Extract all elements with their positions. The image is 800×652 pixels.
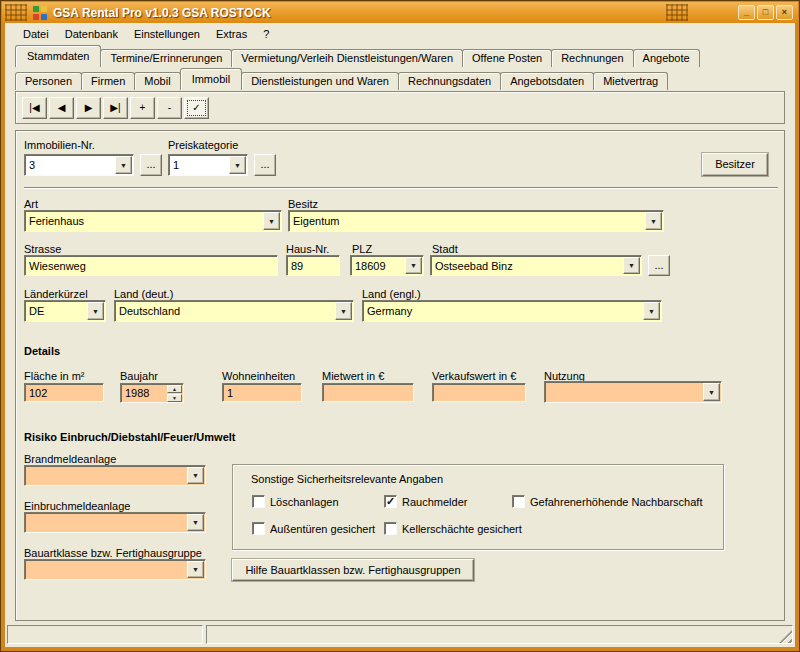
menu-datei[interactable]: Datei [15, 25, 57, 43]
dropdown-arrow-icon[interactable]: ▼ [229, 156, 246, 174]
tab-mietvertrag[interactable]: Mietvertrag [593, 72, 668, 90]
art-combobox[interactable]: Ferienhaus ▼ [24, 210, 282, 232]
flaeche-input[interactable] [24, 383, 104, 402]
dropdown-arrow-icon[interactable]: ▼ [263, 212, 280, 230]
dropdown-arrow-icon[interactable]: ▼ [187, 561, 204, 578]
minimize-icon[interactable]: _ [738, 5, 755, 20]
dropdown-arrow-icon[interactable]: ▼ [187, 514, 204, 531]
tab-angebote[interactable]: Angebote [633, 49, 700, 67]
preiskategorie-ellipsis-button[interactable]: ... [254, 154, 276, 176]
tab-stammdaten[interactable]: Stammdaten [15, 45, 101, 67]
tab-firmen[interactable]: Firmen [81, 72, 135, 90]
checkbox-box[interactable] [252, 495, 265, 508]
risiko-heading: Risiko Einbruch/Diebstahl/Feuer/Umwelt [24, 431, 236, 443]
app-icon[interactable] [32, 5, 48, 21]
stadt-ellipsis-button[interactable]: ... [648, 255, 670, 276]
main-tab-bar: Stammdaten Termine/Errinnerungen Vermiet… [15, 45, 700, 67]
tab-offene-posten[interactable]: Offene Posten [462, 49, 552, 67]
nav-first-button[interactable]: |◀ [22, 97, 47, 119]
dropdown-arrow-icon[interactable]: ▼ [335, 302, 352, 320]
nav-insert-button[interactable]: + [130, 97, 155, 119]
preiskategorie-combobox[interactable]: 1 ▼ [168, 154, 248, 176]
land-deut-combobox[interactable]: Deutschland ▼ [114, 300, 354, 322]
land-engl-combobox[interactable]: Germany ▼ [362, 300, 662, 322]
mietwert-label: Mietwert in € [322, 370, 384, 382]
tab-rechnungsdaten[interactable]: Rechnungsdaten [398, 72, 501, 90]
tab-immobil[interactable]: Immobil [180, 68, 243, 90]
checkbox-label: Außentüren gesichert [270, 523, 375, 535]
menu-extras[interactable]: Extras [208, 25, 255, 43]
checkbox-kellerschaechte-gesichert[interactable]: Kellerschächte gesichert [384, 522, 522, 535]
immobilien-nr-ellipsis-button[interactable]: ... [140, 154, 162, 176]
dropdown-arrow-icon[interactable]: ▼ [187, 467, 204, 484]
immobilien-nr-combobox[interactable]: 3 ▼ [24, 154, 134, 176]
checkbox-box[interactable] [512, 495, 525, 508]
hilfe-bauartklassen-button[interactable]: Hilfe Bauartklassen bzw. Fertighausgrupp… [232, 559, 474, 581]
titlebar-pattern-left [5, 4, 27, 21]
checkbox-box[interactable] [384, 522, 397, 535]
checkbox-gefahrenerhoehende-nachbarschaft[interactable]: Gefahrenerhöhende Nachbarschaft [512, 495, 702, 508]
einbruchmeldeanlage-combobox[interactable]: ▼ [24, 512, 206, 533]
nav-prior-button[interactable]: ◀ [49, 97, 74, 119]
haus-nr-input[interactable] [286, 255, 340, 276]
tab-termine[interactable]: Termine/Errinnerungen [100, 49, 232, 67]
brandmeldeanlage-value [25, 466, 186, 485]
nutzung-combobox[interactable]: ▼ [544, 381, 722, 403]
maximize-icon[interactable]: □ [757, 5, 774, 20]
baujahr-spinner[interactable]: 1988 ▲ ▼ [120, 383, 184, 403]
tab-personen[interactable]: Personen [15, 72, 82, 90]
menu-einstellungen[interactable]: Einstellungen [126, 25, 208, 43]
dropdown-arrow-icon[interactable]: ▼ [623, 257, 640, 274]
check-mark: ✓ [386, 496, 395, 507]
laenderkuerzel-combobox[interactable]: DE ▼ [24, 300, 106, 322]
tab-mobil[interactable]: Mobil [134, 72, 180, 90]
plz-combobox[interactable]: 18609 ▼ [350, 255, 424, 276]
checkbox-loeschanlagen[interactable]: Löschanlagen [252, 495, 339, 508]
checkbox-box[interactable] [252, 522, 265, 535]
dropdown-arrow-icon[interactable]: ▼ [87, 302, 104, 320]
status-bar [5, 623, 795, 647]
nutzung-value [545, 382, 702, 402]
plz-value: 18609 [351, 256, 404, 275]
checkbox-rauchmelder[interactable]: ✓ Rauchmelder [384, 495, 467, 508]
besitz-combobox[interactable]: Eigentum ▼ [288, 210, 664, 232]
dropdown-arrow-icon[interactable]: ▼ [405, 257, 422, 274]
tab-rechnungen[interactable]: Rechnungen [551, 49, 633, 67]
record-navigator-panel: |◀ ◀ ▶ ▶| + - ✓ [15, 91, 785, 124]
wohneinheiten-input[interactable] [222, 383, 302, 402]
brandmeldeanlage-combobox[interactable]: ▼ [24, 465, 206, 486]
baujahr-spin-buttons: ▲ ▼ [167, 385, 182, 401]
tab-dienstleistungen[interactable]: Dienstleistungen und Waren [241, 72, 399, 90]
spin-down-icon[interactable]: ▼ [167, 394, 182, 402]
dropdown-arrow-icon[interactable]: ▼ [115, 156, 132, 174]
menu-hilfe[interactable]: ? [255, 25, 277, 43]
preiskategorie-value: 1 [169, 155, 228, 175]
title-bar[interactable]: GSA Rental Pro v1.0.3 GSA ROSTOCK _ □ × [2, 2, 798, 23]
nav-next-button[interactable]: ▶ [76, 97, 101, 119]
stadt-combobox[interactable]: Ostseebad Binz ▼ [430, 255, 642, 276]
window-controls: _ □ × [738, 5, 793, 20]
nav-delete-button[interactable]: - [157, 97, 182, 119]
stadt-value: Ostseebad Binz [431, 256, 622, 275]
menu-datenbank[interactable]: Datenbank [57, 25, 126, 43]
dropdown-arrow-icon[interactable]: ▼ [643, 302, 660, 320]
verkaufswert-input[interactable] [432, 383, 526, 402]
dropdown-arrow-icon[interactable]: ▼ [645, 212, 662, 230]
nav-post-button[interactable]: ✓ [184, 97, 209, 119]
record-navigator: |◀ ◀ ▶ ▶| + - ✓ [16, 92, 784, 119]
nav-last-button[interactable]: ▶| [103, 97, 128, 119]
checkbox-label: Rauchmelder [402, 496, 467, 508]
preiskategorie-label: Preiskategorie [168, 139, 238, 151]
checkbox-box[interactable]: ✓ [384, 495, 397, 508]
checkbox-aussentueren-gesichert[interactable]: Außentüren gesichert [252, 522, 375, 535]
immobil-form: Immobilien-Nr. 3 ▼ ... Preiskategorie 1 … [15, 130, 785, 621]
dropdown-arrow-icon[interactable]: ▼ [703, 383, 720, 401]
close-icon[interactable]: × [776, 5, 793, 20]
strasse-input[interactable] [24, 255, 278, 276]
tab-angebotsdaten[interactable]: Angebotsdaten [500, 72, 594, 90]
mietwert-input[interactable] [322, 383, 414, 402]
besitzer-button[interactable]: Besitzer [702, 153, 768, 176]
tab-vermietung[interactable]: Vermietung/Verleih Dienstleistungen/Ware… [231, 49, 463, 67]
spin-up-icon[interactable]: ▲ [167, 385, 182, 393]
bauartklasse-combobox[interactable]: ▼ [24, 559, 206, 580]
